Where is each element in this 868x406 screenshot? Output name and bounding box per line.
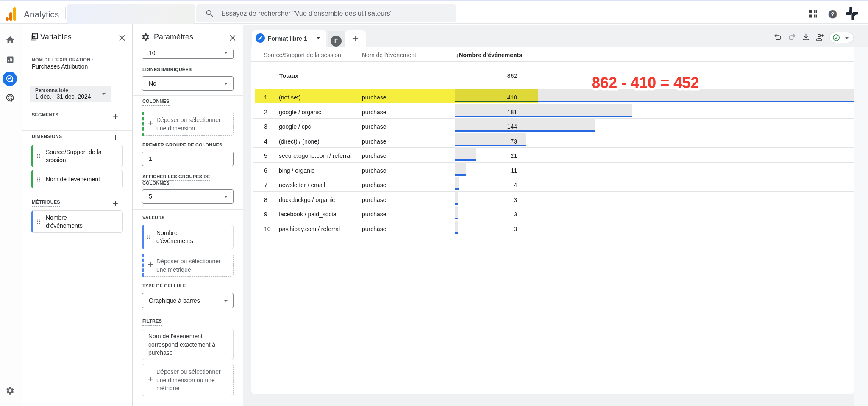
svg-text:862 - 410 = 452: 862 - 410 = 452 [592, 74, 699, 91]
